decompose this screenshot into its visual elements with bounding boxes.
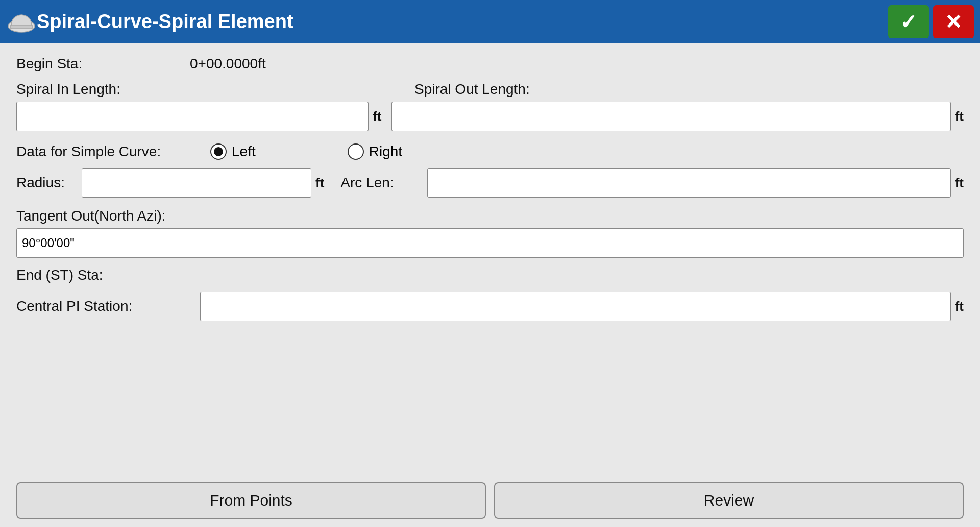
tangent-out-label-row: Tangent Out(North Azi): — [16, 208, 964, 224]
spiral-lengths-label-row: Spiral In Length: Spiral Out Length: — [16, 81, 964, 98]
tangent-out-label: Tangent Out(North Azi): — [16, 208, 166, 224]
form-content: Begin Sta: 0+00.0000ft Spiral In Length:… — [0, 43, 980, 527]
radius-arclen-row: Radius: ft Arc Len: ft — [16, 168, 964, 198]
radio-right-circle — [348, 143, 364, 160]
from-points-button[interactable]: From Points — [16, 482, 486, 519]
data-simple-curve-label: Data for Simple Curve: — [16, 143, 210, 160]
ok-icon: ✓ — [900, 10, 917, 34]
radio-right[interactable]: Right — [348, 143, 402, 160]
data-curve-row: Data for Simple Curve: Left Right — [16, 143, 964, 160]
ok-button[interactable]: ✓ — [888, 5, 929, 38]
arclen-section: Arc Len: ft — [340, 168, 964, 198]
radio-left-label: Left — [232, 143, 256, 160]
spiral-in-length-input[interactable] — [16, 102, 369, 131]
central-pi-row: Central PI Station: ft — [16, 292, 964, 321]
main-window: Spiral-Curve-Spiral Element ✓ ✕ Begin St… — [0, 0, 980, 527]
bottom-buttons: From Points Review — [16, 482, 964, 519]
radius-label: Radius: — [16, 175, 78, 191]
titlebar: Spiral-Curve-Spiral Element ✓ ✕ — [0, 0, 980, 43]
radio-right-label: Right — [369, 143, 402, 160]
spiral-out-unit: ft — [955, 109, 964, 125]
end-st-sta-label: End (ST) Sta: — [16, 267, 103, 283]
spiral-lengths-input-row: ft ft — [16, 102, 964, 131]
central-pi-input[interactable] — [200, 292, 951, 321]
radio-left-circle — [210, 143, 227, 160]
tangent-out-input[interactable] — [16, 228, 964, 258]
radius-unit: ft — [315, 175, 324, 191]
radio-left[interactable]: Left — [210, 143, 256, 160]
spiral-in-length-label: Spiral In Length: — [16, 81, 120, 97]
cancel-button[interactable]: ✕ — [933, 5, 974, 38]
central-pi-label: Central PI Station: — [16, 298, 200, 315]
window-title: Spiral-Curve-Spiral Element — [37, 11, 884, 33]
direction-radio-group: Left Right — [210, 143, 402, 160]
radius-input[interactable] — [82, 168, 311, 198]
begin-sta-value: 0+00.0000ft — [190, 56, 266, 72]
svg-rect-1 — [10, 25, 33, 29]
review-button[interactable]: Review — [494, 482, 964, 519]
arclen-label: Arc Len: — [340, 175, 427, 191]
spiral-out-length-label: Spiral Out Length: — [414, 81, 530, 97]
cancel-icon: ✕ — [945, 10, 962, 34]
begin-sta-row: Begin Sta: 0+00.0000ft — [16, 56, 964, 72]
spiral-out-length-input[interactable] — [391, 102, 950, 131]
end-st-sta-row: End (ST) Sta: — [16, 267, 964, 283]
arclen-input[interactable] — [427, 168, 950, 198]
central-pi-unit: ft — [955, 299, 964, 315]
spiral-in-unit: ft — [373, 109, 381, 125]
hardhat-icon — [6, 7, 37, 37]
begin-sta-label: Begin Sta: — [16, 56, 108, 72]
arclen-unit: ft — [955, 175, 964, 191]
